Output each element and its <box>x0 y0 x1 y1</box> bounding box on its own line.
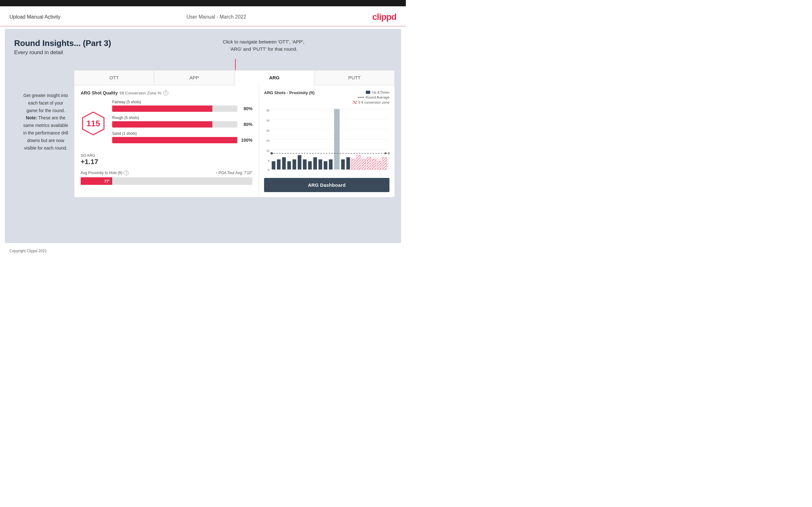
bar-track-rough <box>112 121 237 127</box>
svg-rect-37 <box>362 159 366 169</box>
shot-label-sand: Sand (1 shots) <box>112 131 252 136</box>
proximity-section: Avg Proximity to Hole (ft) ? ↑ PGA Tour … <box>81 170 252 185</box>
panel-header: ARG Shot Quality 6ft Conversion Zone % ? <box>81 91 252 96</box>
chart-svg: 0 5 10 15 20 25 30 <box>264 107 390 173</box>
tab-putt[interactable]: PUTT <box>315 70 394 85</box>
shot-row-fairway: Fairway (5 shots) 80% <box>112 100 252 112</box>
svg-rect-32 <box>334 109 339 169</box>
svg-rect-34 <box>346 157 350 169</box>
legend-up-down: Up & Down <box>366 91 390 94</box>
right-panel: ARG Shots - Proximity (ft) Up & Down Rou… <box>259 86 395 197</box>
bar-pct-rough: 80% <box>240 122 252 127</box>
svg-rect-21 <box>277 159 281 169</box>
svg-rect-41 <box>383 157 387 169</box>
svg-marker-44 <box>385 152 387 155</box>
svg-rect-29 <box>318 159 322 169</box>
proximity-avg: ↑ PGA Tour Avg: 7'10" <box>215 171 252 175</box>
chart-legend: Up & Down Round Average 6 ft conversion … <box>353 91 390 104</box>
svg-rect-38 <box>367 157 371 169</box>
tab-ott[interactable]: OTT <box>75 70 154 85</box>
svg-rect-22 <box>282 157 286 169</box>
main-card: OTT APP ARG PUTT ARG Shot Quality 6ft Co… <box>74 70 395 198</box>
svg-rect-28 <box>313 157 317 169</box>
shot-label-rough: Rough (5 shots) <box>112 116 252 120</box>
sg-value: +1.17 <box>81 158 252 166</box>
proximity-bar-value: 77' <box>104 179 110 184</box>
bar-pct-fairway: 80% <box>240 106 252 111</box>
hex-section: 115 Fairway (5 shots) 80% <box>81 100 252 147</box>
sg-section: SG ARG +1.17 <box>81 153 252 166</box>
upload-label: Upload Manual Activity <box>9 14 60 20</box>
hex-badge: 115 <box>81 111 106 136</box>
legend-round-avg-icon <box>358 97 364 98</box>
tab-bar: OTT APP ARG PUTT <box>74 70 395 86</box>
svg-rect-40 <box>377 161 381 169</box>
svg-text:10: 10 <box>266 149 270 153</box>
svg-rect-23 <box>287 161 291 169</box>
card-body: ARG Shot Quality 6ft Conversion Zone % ?… <box>74 86 395 197</box>
conversion-label: 6ft Conversion Zone % <box>119 91 161 96</box>
bar-pct-sand: 100% <box>240 137 252 143</box>
page-title: Round Insights... (Part 3) <box>14 39 392 48</box>
clippd-logo: clippd <box>372 12 396 22</box>
svg-rect-24 <box>292 159 296 169</box>
legend-up-down-icon <box>366 91 370 94</box>
legend-conversion-icon <box>353 101 357 104</box>
tab-arg[interactable]: ARG <box>235 70 314 86</box>
sg-label: SG ARG <box>81 153 252 158</box>
tab-app[interactable]: APP <box>154 70 234 85</box>
svg-rect-36 <box>357 155 360 170</box>
svg-text:8: 8 <box>388 152 390 155</box>
header: Upload Manual Activity User Manual - Mar… <box>0 6 406 26</box>
left-panel: ARG Shot Quality 6ft Conversion Zone % ?… <box>74 86 259 197</box>
top-bar <box>0 0 406 6</box>
shot-row-sand: Sand (1 shots) 100% <box>112 131 252 143</box>
proximity-help-icon[interactable]: ? <box>123 170 129 175</box>
bar-track-sand <box>112 137 237 143</box>
svg-text:25: 25 <box>266 119 270 122</box>
proximity-cursor <box>111 177 112 185</box>
shot-row-rough: Rough (5 shots) 80% <box>112 116 252 127</box>
chart-title: ARG Shots - Proximity (ft) <box>264 91 314 95</box>
footer: Copyright Clippd 2021 <box>0 246 406 256</box>
svg-rect-30 <box>323 161 327 169</box>
svg-rect-26 <box>303 159 307 169</box>
svg-rect-31 <box>329 159 333 169</box>
shot-rows: Fairway (5 shots) 80% Rough (5 shots) <box>112 100 252 147</box>
svg-rect-27 <box>308 161 312 169</box>
proximity-bar-fill: 77' <box>81 177 111 185</box>
arg-dashboard-button[interactable]: ARG Dashboard <box>264 178 390 192</box>
shot-quality-label: ARG Shot Quality <box>81 91 117 96</box>
chart-area: 0 5 10 15 20 25 30 <box>264 107 390 175</box>
copyright-text: Copyright Clippd 2021 <box>9 249 47 253</box>
svg-rect-20 <box>271 161 275 169</box>
shot-label-fairway: Fairway (5 shots) <box>112 100 252 104</box>
main-content: Round Insights... (Part 3) Every round i… <box>5 29 401 243</box>
svg-rect-25 <box>298 155 302 170</box>
svg-text:5: 5 <box>268 159 269 163</box>
svg-rect-33 <box>341 159 345 169</box>
svg-point-43 <box>270 152 273 155</box>
legend-conversion-zone: 6 ft conversion zone <box>353 101 390 104</box>
bar-fill-rough <box>112 121 212 127</box>
hex-value: 115 <box>86 119 100 128</box>
chart-header: ARG Shots - Proximity (ft) Up & Down Rou… <box>264 91 390 104</box>
proximity-header: Avg Proximity to Hole (ft) ? ↑ PGA Tour … <box>81 170 252 175</box>
bar-fill-fairway <box>112 106 212 112</box>
proximity-bar-track: 77' <box>81 177 252 185</box>
svg-text:30: 30 <box>266 109 270 112</box>
svg-rect-35 <box>352 159 355 169</box>
svg-text:20: 20 <box>266 129 270 132</box>
nav-hint: Click to navigate between 'OTT', 'APP', … <box>223 39 304 53</box>
proximity-label: Avg Proximity to Hole (ft) ? <box>81 170 129 175</box>
page-subtitle: Every round in detail <box>14 49 392 56</box>
document-label: User Manual - March 2022 <box>187 14 246 20</box>
bar-fill-sand <box>112 137 237 143</box>
help-icon[interactable]: ? <box>163 91 168 96</box>
bar-track-fairway <box>112 106 237 112</box>
svg-text:0: 0 <box>268 168 270 172</box>
legend-round-avg: Round Average <box>358 96 390 99</box>
svg-text:15: 15 <box>266 139 270 142</box>
left-description: Get greater insight into each facet of y… <box>14 92 77 152</box>
svg-rect-39 <box>372 159 376 169</box>
